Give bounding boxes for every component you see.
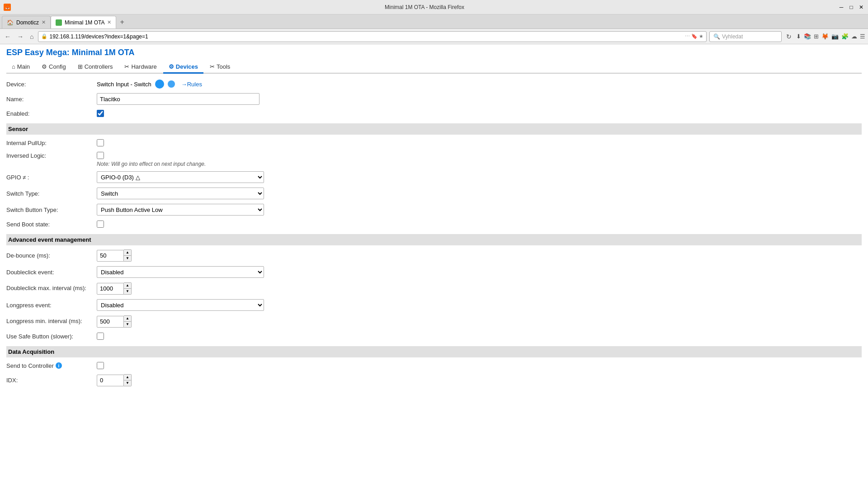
bookmarks-icon[interactable]: 📚 <box>804 33 811 40</box>
name-input[interactable] <box>97 93 259 105</box>
device-header-row: Device: Switch Input - Switch →Rules <box>6 77 862 91</box>
safe-button-row: Use Safe Button (slower): <box>6 330 862 343</box>
safe-button-label: Use Safe Button (slower): <box>6 333 97 340</box>
inversed-label: Inversed Logic: <box>6 152 97 159</box>
longpress-interval-spinner: ▲ ▼ <box>97 315 132 328</box>
sync-icon[interactable]: ☁ <box>851 33 857 40</box>
pullup-checkbox[interactable] <box>97 139 104 146</box>
doubleclick-event-select[interactable]: Disabled Enabled <box>97 266 264 278</box>
longpress-event-label: Longpress event: <box>6 302 97 309</box>
debounce-spinner: ▲ ▼ <box>97 249 132 262</box>
lock-icon: 🔒 <box>41 33 47 39</box>
enabled-label: Enabled: <box>6 110 97 117</box>
debounce-input[interactable] <box>97 250 124 262</box>
longpress-interval-label: Longpress min. interval (ms): <box>6 318 97 325</box>
tab-domoticz[interactable]: 🏠 Domoticz ✕ <box>2 16 51 28</box>
gpio-label: GPIO ≠ : <box>6 174 97 181</box>
browser-titlebar: 🦊 Minimal 1M OTA - Mozilla Firefox ─ □ ✕ <box>0 0 868 14</box>
browser-window-controls[interactable]: ─ □ ✕ <box>838 4 864 10</box>
rules-link[interactable]: →Rules <box>181 81 202 88</box>
lp-interval-up-button[interactable]: ▲ <box>124 316 131 322</box>
doubleclick-interval-input[interactable] <box>97 283 124 295</box>
safe-button-checkbox[interactable] <box>97 333 104 340</box>
close-button[interactable]: ✕ <box>858 4 864 10</box>
switch-button-type-select[interactable]: Push Button Active Low Push Button Activ… <box>97 204 264 216</box>
idx-spinner-buttons: ▲ ▼ <box>124 374 132 386</box>
extensions-icon[interactable]: 🧩 <box>841 33 849 40</box>
inversed-row: Inversed Logic: <box>6 149 862 162</box>
home-button[interactable]: ⌂ <box>28 32 35 41</box>
lp-interval-down-button[interactable]: ▼ <box>124 322 131 327</box>
switch-type-label: Switch Type: <box>6 190 97 197</box>
tab-favicon: 🏠 <box>7 19 14 26</box>
tab-config[interactable]: ⚙ Config <box>36 61 71 74</box>
longpress-event-select[interactable]: Disabled Enabled <box>97 299 264 311</box>
idx-row: IDX: ▲ ▼ <box>6 372 862 389</box>
send-to-controller-label: Send to Controller <box>6 362 54 369</box>
main-label: Main <box>17 63 30 70</box>
search-box[interactable]: 🔍 Vyhledat <box>709 31 782 42</box>
browser-tabbar: 🏠 Domoticz ✕ Minimal 1M OTA ✕ + <box>0 14 868 29</box>
tools-label: Tools <box>217 63 230 70</box>
switch-button-type-row: Switch Button Type: Push Button Active L… <box>6 202 862 218</box>
devices-icon: ⚙ <box>169 63 174 70</box>
devices-label: Devices <box>176 63 198 70</box>
device-label: Device: <box>6 81 97 88</box>
tab-devices[interactable]: ⚙ Devices <box>163 61 203 74</box>
longpress-interval-input[interactable] <box>97 316 124 328</box>
new-tab-button[interactable]: + <box>116 16 127 28</box>
browser-addressbar: ← → ⌂ 🔒 192.168.1.119/devices?index=1&pa… <box>0 29 868 44</box>
info-icon[interactable]: i <box>56 362 62 369</box>
send-to-controller-label-area: Send to Controller i <box>6 362 97 369</box>
inversed-checkbox[interactable] <box>97 152 104 159</box>
debounce-up-button[interactable]: ▲ <box>124 250 131 256</box>
forward-button[interactable]: → <box>15 32 25 41</box>
reload-button[interactable]: ↻ <box>784 32 793 41</box>
download-icon[interactable]: ⬇ <box>796 33 801 40</box>
tab-main[interactable]: ⌂ Main <box>6 61 35 74</box>
dc-interval-up-button[interactable]: ▲ <box>124 283 131 289</box>
send-boot-row: Send Boot state: <box>6 218 862 230</box>
hardware-icon: ✂ <box>124 63 129 70</box>
idx-up-button[interactable]: ▲ <box>124 375 131 380</box>
switch-button-type-label: Switch Button Type: <box>6 206 97 213</box>
tab-minimal-ota[interactable]: Minimal 1M OTA ✕ <box>51 16 116 28</box>
send-boot-checkbox[interactable] <box>97 221 104 228</box>
address-bar[interactable]: 🔒 192.168.1.119/devices?index=1&page=1 ⋯… <box>38 31 707 42</box>
windows-icon[interactable]: ⊞ <box>814 33 819 40</box>
gpio-select[interactable]: GPIO-0 (D3) △ GPIO-1 (TX) GPIO-2 (D4) GP… <box>97 171 264 183</box>
tab-close-icon-ota[interactable]: ✕ <box>107 19 111 25</box>
browser-favicon: 🦊 <box>4 4 11 11</box>
dc-interval-down-button[interactable]: ▼ <box>124 289 131 294</box>
debounce-down-button[interactable]: ▼ <box>124 256 131 261</box>
page-content: ESP Easy Mega: Minimal 1M OTA ⌂ Main ⚙ C… <box>0 44 868 392</box>
idx-input[interactable] <box>97 375 124 386</box>
menu-icon[interactable]: ☰ <box>860 33 865 40</box>
browser-toolbar-icons: ⬇ 📚 ⊞ 🦊 📷 🧩 ☁ ☰ <box>796 33 865 40</box>
back-button[interactable]: ← <box>3 32 13 41</box>
screenshot-icon[interactable]: 📷 <box>831 33 839 40</box>
tab-tools[interactable]: ✂ Tools <box>204 61 236 74</box>
search-placeholder: Vyhledat <box>722 33 743 40</box>
tab-controllers[interactable]: ⊞ Controllers <box>72 61 118 74</box>
tab-label-ota: Minimal 1M OTA <box>65 19 104 26</box>
device-value-area: Switch Input - Switch →Rules <box>97 80 202 89</box>
pocket-icon[interactable]: 🦊 <box>821 33 829 40</box>
blue-dot-2 <box>168 80 175 88</box>
idx-spinner: ▲ ▼ <box>97 374 132 386</box>
tab-hardware[interactable]: ✂ Hardware <box>119 61 162 74</box>
maximize-button[interactable]: □ <box>848 4 854 10</box>
name-label: Name: <box>6 96 97 103</box>
data-acquisition-section-header: Data Acquisition <box>6 346 862 357</box>
switch-type-select[interactable]: Switch Dimmer <box>97 188 264 199</box>
idx-down-button[interactable]: ▼ <box>124 380 131 386</box>
nav-tabs: ⌂ Main ⚙ Config ⊞ Controllers ✂ Hardware… <box>6 61 862 74</box>
switch-type-row: Switch Type: Switch Dimmer <box>6 185 862 202</box>
blue-dot-1 <box>155 80 164 89</box>
tab-close-icon[interactable]: ✕ <box>42 19 46 25</box>
doubleclick-event-label: Doubleclick event: <box>6 269 97 276</box>
send-to-controller-checkbox[interactable] <box>97 362 104 369</box>
enabled-checkbox[interactable] <box>97 110 104 117</box>
minimize-button[interactable]: ─ <box>838 4 844 10</box>
controllers-label: Controllers <box>85 63 113 70</box>
